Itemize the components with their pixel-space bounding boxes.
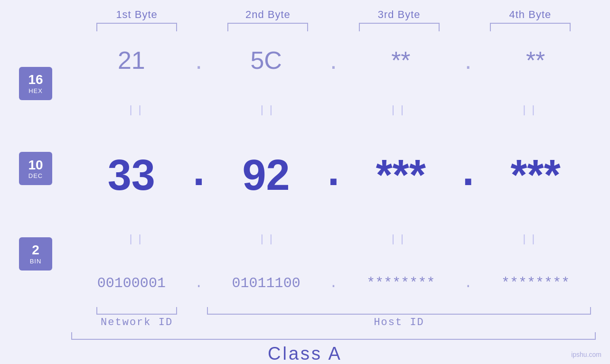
bin-val-4: ******** — [475, 275, 596, 291]
top-bracket-1 — [96, 23, 177, 31]
top-bracket-4 — [490, 23, 571, 31]
byte1-header: 1st Byte — [71, 9, 202, 21]
equals-row-2: || || || || — [71, 233, 596, 245]
network-bottom-bracket — [96, 307, 177, 315]
id-labels-row: Network ID Host ID — [71, 317, 596, 328]
dot-bin-1: . — [192, 275, 206, 291]
dec-badge: 10 DEC — [19, 152, 52, 185]
class-label: Class A — [268, 344, 342, 364]
dec-data-row: 33 . 92 . *** . *** — [71, 146, 596, 204]
bracket-cell-2 — [202, 23, 333, 31]
bin-data-row: 00100001 . 01011100 . ******** . *******… — [71, 275, 596, 291]
bin-badge: 2 BIN — [19, 237, 52, 271]
bin-badge-num: 2 — [32, 243, 39, 258]
bracket-cell-3 — [334, 23, 465, 31]
dec-val-3: *** — [341, 151, 461, 200]
bottom-brackets-row — [71, 307, 596, 315]
main-container: 1st Byte 2nd Byte 3rd Byte 4th Byte 16 H… — [0, 0, 610, 364]
hex-badge-num: 16 — [28, 73, 43, 87]
eq-3: || — [334, 104, 465, 116]
hex-badge-label: HEX — [28, 87, 43, 94]
dot-hex-1: . — [192, 46, 206, 75]
eq2-1: || — [71, 233, 202, 245]
hex-val-3: ** — [341, 46, 461, 75]
dec-val-4: *** — [475, 151, 596, 200]
eq2-3: || — [334, 233, 465, 245]
hex-data-row: 21 . 5C . ** . ** — [71, 46, 596, 75]
host-bracket-cell — [202, 307, 596, 315]
eq-2: || — [202, 104, 333, 116]
dot-dec-2: . — [327, 146, 341, 200]
bin-val-1: 00100001 — [71, 275, 192, 291]
class-label-row: Class A — [0, 344, 610, 364]
network-id-label: Network ID — [71, 317, 202, 328]
bin-badge-label: BIN — [30, 258, 42, 265]
data-rows-column: 21 . 5C . ** . ** || || — [71, 31, 596, 306]
dec-val-1: 33 — [71, 151, 192, 200]
hex-val-4: ** — [475, 46, 596, 75]
dot-hex-3: . — [461, 46, 475, 75]
eq-1: || — [71, 104, 202, 116]
eq2-2: || — [202, 233, 333, 245]
dec-val-2: 92 — [206, 151, 327, 200]
dot-dec-1: . — [192, 146, 206, 200]
byte4-header: 4th Byte — [465, 9, 596, 21]
eq-4: || — [465, 104, 596, 116]
watermark: ipshu.com — [571, 351, 601, 358]
dot-hex-2: . — [327, 46, 341, 75]
hex-val-2: 5C — [206, 46, 327, 75]
dot-bin-2: . — [327, 275, 341, 291]
equals-row-1: || || || || — [71, 104, 596, 116]
dec-badge-num: 10 — [28, 158, 43, 173]
badges-column: 16 HEX 10 DEC 2 BIN — [0, 31, 71, 306]
top-brackets-row — [0, 23, 610, 31]
top-bracket-3 — [359, 23, 440, 31]
class-bottom-bracket — [71, 332, 596, 340]
eq2-4: || — [465, 233, 596, 245]
byte-headers-row: 1st Byte 2nd Byte 3rd Byte 4th Byte — [0, 9, 610, 21]
host-id-label: Host ID — [202, 317, 596, 328]
dec-badge-label: DEC — [28, 172, 43, 179]
bin-val-3: ******** — [341, 275, 461, 291]
dot-dec-3: . — [461, 146, 475, 200]
top-bracket-2 — [227, 23, 308, 31]
hex-badge: 16 HEX — [19, 67, 52, 100]
host-bottom-bracket — [207, 307, 591, 315]
hex-val-1: 21 — [71, 46, 192, 75]
dot-bin-3: . — [461, 275, 475, 291]
bracket-cell-1 — [71, 23, 202, 31]
byte2-header: 2nd Byte — [202, 9, 333, 21]
byte3-header: 3rd Byte — [334, 9, 465, 21]
bin-val-2: 01011100 — [206, 275, 327, 291]
network-bracket-cell — [71, 307, 202, 315]
bracket-cell-4 — [465, 23, 596, 31]
